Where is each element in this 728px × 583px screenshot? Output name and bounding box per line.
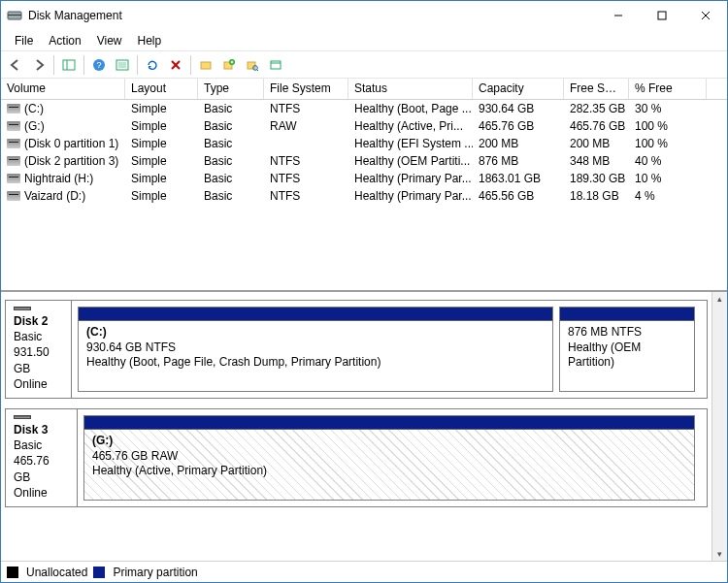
col-pct-free[interactable]: % Free (629, 79, 707, 99)
drive-icon (7, 139, 20, 148)
window-disk-management: Disk Management File Action View Help ? (0, 0, 728, 583)
forward-button[interactable] (28, 54, 50, 76)
volume-row[interactable]: (C:)SimpleBasicNTFSHealthy (Boot, Page .… (1, 100, 727, 117)
svg-rect-6 (63, 60, 75, 70)
menu-help[interactable]: Help (130, 32, 170, 49)
col-status[interactable]: Status (348, 79, 473, 99)
col-volume[interactable]: Volume (1, 79, 125, 99)
svg-text:?: ? (96, 60, 101, 70)
volume-name: Nightraid (H:) (24, 172, 93, 185)
partition-volume: (C:) (86, 325, 545, 340)
disk-header[interactable]: Disk 3Basic465.76 GBOnline (6, 409, 78, 506)
volume-row[interactable]: (G:)SimpleBasicRAWHealthy (Active, Pri..… (1, 117, 727, 135)
menu-file[interactable]: File (7, 32, 41, 49)
app-icon (7, 8, 22, 23)
volume-status: Healthy (Primary Par... (348, 187, 473, 205)
close-button[interactable] (683, 1, 727, 30)
new-button[interactable] (218, 54, 240, 76)
menu-action[interactable]: Action (41, 32, 88, 49)
volume-layout: Simple (125, 187, 198, 205)
back-button[interactable] (5, 54, 26, 76)
col-free[interactable]: Free Spa... (564, 79, 629, 99)
volume-pct-free: 4 % (629, 187, 707, 205)
partition-body: (C:)930.64 GB NTFSHealthy (Boot, Page Fi… (79, 321, 552, 391)
partition-volume: (G:) (92, 434, 686, 449)
show-hide-button[interactable] (58, 54, 80, 76)
properties-button[interactable] (265, 54, 286, 76)
col-capacity[interactable]: Capacity (473, 79, 564, 99)
rescan-button[interactable] (195, 54, 216, 76)
partition[interactable]: 876 MB NTFSHealthy (OEM Partition) (559, 307, 695, 392)
col-layout[interactable]: Layout (125, 79, 198, 99)
volume-name: (Disk 2 partition 3) (24, 154, 118, 168)
menu-bar: File Action View Help (1, 30, 727, 51)
svg-rect-3 (658, 12, 666, 19)
help-button[interactable]: ? (88, 54, 110, 76)
col-filesystem[interactable]: File System (264, 79, 348, 99)
disk-size: 931.50 GB (14, 344, 63, 375)
col-type[interactable]: Type (198, 79, 264, 99)
volume-pct-free: 100 % (629, 117, 707, 135)
settings-button[interactable] (112, 54, 133, 76)
volume-filesystem: RAW (264, 117, 348, 135)
partition-container: (C:)930.64 GB NTFSHealthy (Boot, Page Fi… (72, 301, 707, 398)
disk-type: Basic (14, 329, 63, 344)
svg-rect-14 (201, 62, 211, 69)
partition-container: (G:)465.76 GB RAWHealthy (Active, Primar… (78, 409, 707, 506)
volume-free: 348 MB (564, 152, 629, 170)
disk-state: Online (14, 376, 63, 392)
partition-bar (79, 308, 552, 321)
partition-body: (G:)465.76 GB RAWHealthy (Active, Primar… (84, 430, 694, 500)
volume-name: Vaizard (D:) (24, 189, 85, 203)
scroll-down-icon[interactable]: ▾ (712, 549, 727, 559)
volume-row[interactable]: Nightraid (H:)SimpleBasicNTFSHealthy (Pr… (1, 170, 727, 187)
title-bar[interactable]: Disk Management (1, 1, 727, 30)
drive-icon (7, 191, 20, 201)
partition-status: Healthy (Active, Primary Partition) (92, 464, 686, 479)
volume-status: Healthy (Primary Par... (348, 170, 473, 187)
volume-free: 18.18 GB (564, 187, 629, 205)
partition-status: Healthy (Boot, Page File, Crash Dump, Pr… (86, 355, 545, 371)
disk-icon (14, 415, 31, 419)
volume-pct-free: 40 % (629, 152, 707, 170)
disk-row[interactable]: Disk 3Basic465.76 GBOnline(G:)465.76 GB … (5, 408, 708, 507)
volume-capacity: 465.76 GB (473, 117, 564, 135)
volume-status: Healthy (Boot, Page ... (348, 100, 473, 117)
partition-body: 876 MB NTFSHealthy (OEM Partition) (560, 321, 694, 391)
disk-layout: Disk 2Basic931.50 GBOnline(C:)930.64 GB … (1, 292, 711, 561)
volume-row[interactable]: Vaizard (D:)SimpleBasicNTFSHealthy (Prim… (1, 187, 727, 205)
drive-icon (7, 104, 20, 113)
legend-swatch-primary (93, 567, 105, 578)
volume-filesystem: NTFS (264, 170, 348, 187)
volume-layout: Simple (125, 152, 198, 170)
partition-size: 465.76 GB RAW (92, 449, 686, 465)
disk-icon (14, 307, 31, 310)
volume-list[interactable]: (C:)SimpleBasicNTFSHealthy (Boot, Page .… (1, 100, 727, 205)
delete-button[interactable] (165, 54, 186, 76)
volume-status: Healthy (EFI System ... (348, 135, 473, 152)
volume-status: Healthy (OEM Partiti... (348, 152, 473, 170)
partition[interactable]: (C:)930.64 GB NTFSHealthy (Boot, Page Fi… (78, 307, 553, 392)
maximize-button[interactable] (640, 1, 683, 30)
volume-name: (G:) (24, 119, 45, 133)
volume-pct-free: 30 % (629, 100, 707, 117)
volume-type: Basic (198, 152, 264, 170)
volume-free: 282.35 GB (564, 100, 629, 117)
find-button[interactable] (242, 54, 263, 76)
volume-pct-free: 10 % (629, 170, 707, 187)
partition[interactable]: (G:)465.76 GB RAWHealthy (Active, Primar… (83, 415, 695, 501)
minimize-button[interactable] (596, 1, 640, 30)
legend-label-unallocated: Unallocated (26, 566, 87, 579)
volume-free: 189.30 GB (564, 170, 629, 187)
scroll-up-icon[interactable]: ▴ (712, 294, 727, 304)
disk-header[interactable]: Disk 2Basic931.50 GBOnline (6, 301, 72, 398)
scrollbar-vertical[interactable]: ▴ ▾ (711, 292, 727, 561)
volume-layout: Simple (125, 170, 198, 187)
volume-row[interactable]: (Disk 0 partition 1)SimpleBasicHealthy (… (1, 135, 727, 152)
partition-status: Healthy (OEM Partition) (568, 340, 686, 371)
volume-row[interactable]: (Disk 2 partition 3)SimpleBasicNTFSHealt… (1, 152, 727, 170)
menu-view[interactable]: View (89, 32, 130, 49)
disk-row[interactable]: Disk 2Basic931.50 GBOnline(C:)930.64 GB … (5, 300, 708, 399)
refresh-button[interactable] (142, 54, 163, 76)
toolbar-separator (190, 55, 191, 75)
